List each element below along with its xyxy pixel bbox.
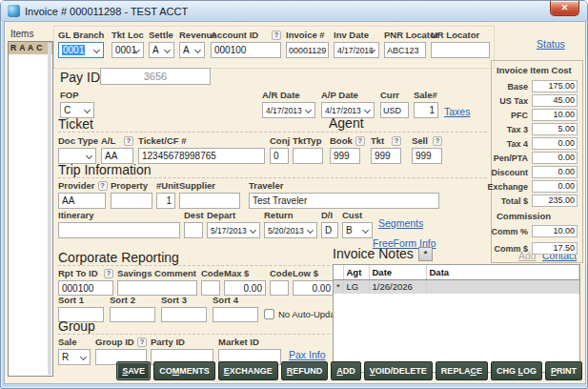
pay-id-input[interactable] (100, 68, 211, 85)
invoice-notes-table: Agt Date Data * LG 1/26/2026 (333, 264, 580, 373)
ar-date-label: A/R Date (262, 91, 315, 100)
action-button-void-delete[interactable]: VOID/DELETE (364, 361, 433, 380)
cost-row: Tax 4 0.00 (497, 137, 578, 150)
di-input[interactable] (321, 222, 338, 238)
revenue-select[interactable]: A (179, 42, 205, 58)
cost-value-field[interactable]: 0.00 (532, 166, 578, 178)
chevron-down-icon (307, 227, 314, 234)
dest-label: Dest (184, 211, 203, 220)
window-title: Invoice # 000011298 - TEST ACCT (25, 6, 188, 17)
depart-label: Depart (207, 211, 260, 220)
invoice-item-cost-panel: Invoice Item Cost Base 175.00 US Tax 45.… (491, 60, 583, 263)
unit-input[interactable] (156, 193, 175, 209)
help-icon[interactable]: ? (355, 136, 365, 146)
inv-date-select[interactable]: 4/17/2013 (334, 42, 379, 58)
note-row[interactable]: * LG 1/26/2026 (334, 279, 579, 294)
help-icon[interactable]: ? (124, 136, 133, 146)
supplier-input[interactable] (179, 193, 240, 209)
return-date-select[interactable]: 5/20/2013 (264, 222, 317, 238)
help-icon[interactable]: ? (104, 269, 113, 278)
cost-value-field[interactable]: 0.00 (532, 137, 578, 150)
savings-comment-input[interactable] (117, 280, 197, 296)
pax-info-link[interactable]: Pax Info (289, 349, 326, 360)
action-button-refund[interactable]: REFUND (281, 361, 329, 380)
help-icon[interactable]: ? (137, 338, 147, 347)
cost-row: Total $ 235.00 (497, 194, 578, 207)
ur-locator-input[interactable] (431, 42, 490, 58)
agent-heading: Agent (329, 115, 364, 131)
itinerary-input[interactable] (58, 222, 180, 238)
cost-value-field[interactable]: 235.00 (532, 194, 578, 207)
invoice-number-input[interactable] (286, 42, 329, 58)
dest-input[interactable] (184, 222, 203, 238)
sort1-label: Sort 1 (58, 296, 104, 305)
list-item[interactable]: R A A C (9, 42, 52, 54)
tkt-loc-select[interactable]: 0001 (112, 42, 144, 58)
group-sale-select[interactable]: R (58, 349, 91, 365)
cost-value-field[interactable]: 175.00 (532, 80, 578, 92)
sort2-label: Sort 2 (110, 296, 155, 305)
unit-label: #Unit (156, 181, 175, 191)
provider-label: Provider ? (58, 181, 106, 191)
action-button-print[interactable]: PRINT (545, 361, 582, 380)
help-icon[interactable]: ? (433, 136, 442, 146)
action-button-exchange[interactable]: EXCHANGE (218, 361, 278, 380)
agent-sell-label: Sell ? (412, 136, 442, 146)
sort4-label: Sort 4 (213, 296, 258, 305)
note-data (426, 279, 579, 294)
inv-date-label: Inv Date (334, 31, 379, 40)
close-button[interactable]: ✕ (550, 1, 579, 16)
segments-link[interactable]: Segments (378, 217, 423, 229)
cost-value-field[interactable]: 10.00 (532, 109, 578, 121)
settle-select[interactable]: A (149, 42, 174, 58)
traveler-input[interactable] (249, 193, 439, 209)
help-icon[interactable]: ? (272, 31, 281, 40)
help-icon[interactable]: ? (392, 136, 401, 146)
chevron-down-icon (362, 227, 369, 234)
notes-expand-button[interactable]: * (418, 247, 433, 261)
cust-select[interactable]: B (342, 222, 373, 238)
rpt-to-id-input[interactable] (58, 280, 113, 296)
cost-value-field[interactable]: 0.00 (532, 152, 578, 164)
cost-row: Exchange 0.00 (497, 180, 578, 193)
code1-input[interactable] (201, 280, 220, 296)
pnr-locator-label: PNR Locator (384, 31, 426, 40)
cost-value-field[interactable]: 5.00 (532, 123, 578, 135)
agent-book-label: Book ? (330, 136, 360, 146)
pnr-locator-input[interactable] (384, 42, 426, 58)
cost-label: Pen/PTA (494, 154, 528, 163)
invoice-number-label: Invoice # (286, 31, 329, 40)
action-button-chg-log[interactable]: CHG LOG (491, 361, 542, 380)
market-id-label: Market ID (218, 338, 281, 347)
cost-value-field[interactable]: 45.00 (532, 94, 578, 107)
status-link[interactable]: Status (537, 38, 565, 50)
action-button-add[interactable]: ADD (331, 361, 361, 380)
commission-value-field[interactable]: 10.00 (532, 225, 578, 237)
trip-heading-row: Trip Information (58, 161, 487, 178)
account-id-input[interactable] (211, 42, 281, 58)
code2-input[interactable] (270, 280, 289, 296)
cust-label: Cust (342, 211, 373, 220)
commission-rows: Comm % 10.00 Comm $ 17.50 (497, 225, 578, 255)
ap-date-label: A/P Date (321, 91, 375, 100)
account-id-label: Account ID ? (211, 31, 281, 40)
property-input[interactable] (111, 193, 152, 209)
cost-row: Pen/PTA 0.00 (497, 152, 578, 164)
depart-date-select[interactable]: 5/17/2013 (207, 222, 260, 238)
invoice-window: Invoice # 000011298 - TEST ACCT ✕ Items … (0, 0, 588, 389)
provider-input[interactable] (58, 193, 106, 209)
cost-value-field[interactable]: 0.00 (532, 180, 578, 193)
action-button-comments[interactable]: COMMENTS (153, 361, 215, 380)
tkt-loc-label: Tkt Loc (112, 31, 144, 40)
help-icon[interactable]: ? (98, 181, 108, 191)
gl-branch-select[interactable]: 0001 (58, 42, 104, 58)
supplier-label: Supplier (179, 181, 240, 191)
property-label: Property (111, 181, 152, 191)
low-input[interactable] (293, 280, 335, 296)
itinerary-label: Itinerary (58, 211, 180, 220)
action-button-replace[interactable]: REPLACE (436, 361, 488, 380)
items-list[interactable]: R A A C (8, 41, 53, 377)
commission-value-field[interactable]: 17.50 (532, 242, 578, 255)
max-input[interactable] (224, 280, 266, 296)
action-button-save[interactable]: SAVE (116, 361, 151, 380)
